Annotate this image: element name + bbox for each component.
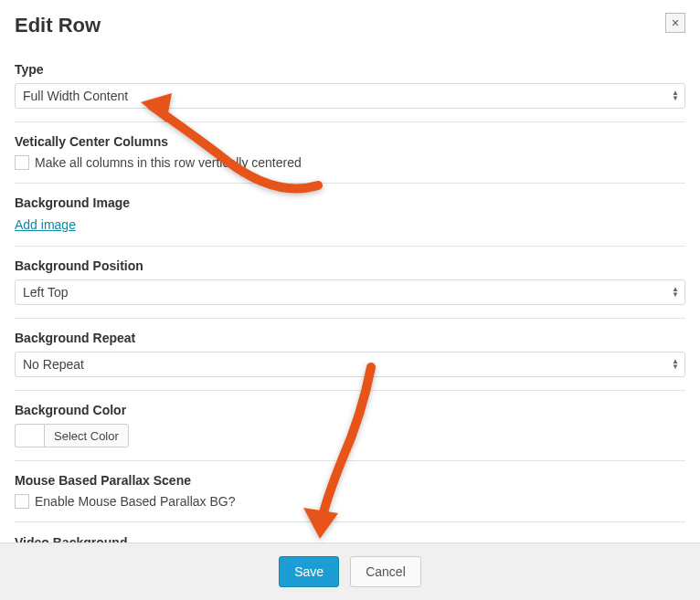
close-button[interactable]: × — [665, 13, 685, 33]
field-type: Type Full Width Content ▲▼ — [15, 50, 685, 122]
field-video-bg: Video Background — [15, 522, 685, 542]
chevron-updown-icon: ▲▼ — [672, 287, 679, 298]
dialog-body: Type Full Width Content ▲▼ Vetically Cen… — [0, 50, 700, 542]
chevron-updown-icon: ▲▼ — [672, 90, 679, 101]
video-bg-label: Video Background — [15, 535, 127, 542]
bg-position-value: Left Top — [23, 285, 69, 300]
add-image-link[interactable]: Add image — [15, 217, 76, 232]
save-button[interactable]: Save — [279, 556, 339, 587]
bg-image-label: Background Image — [15, 195, 685, 210]
bg-position-label: Background Position — [15, 258, 685, 273]
field-bg-color: Background Color Select Color — [15, 391, 685, 461]
edit-row-dialog: Edit Row × Type Full Width Content ▲▼ Ve… — [0, 0, 700, 600]
parallax-checkbox-label: Enable Mouse Based Parallax BG? — [35, 494, 235, 509]
cancel-button[interactable]: Cancel — [350, 556, 421, 587]
field-bg-image: Background Image Add image — [15, 184, 685, 247]
dialog-footer: Save Cancel — [0, 542, 700, 600]
parallax-checkbox[interactable] — [15, 494, 29, 509]
select-color-button[interactable]: Select Color — [44, 424, 129, 447]
field-bg-repeat: Background Repeat No Repeat ▲▼ — [15, 319, 685, 391]
dialog-header: Edit Row × — [0, 0, 700, 50]
vcc-label: Vetically Center Columns — [15, 134, 685, 149]
bg-color-label: Background Color — [15, 403, 685, 417]
chevron-updown-icon: ▲▼ — [672, 359, 679, 370]
type-select[interactable]: Full Width Content ▲▼ — [15, 83, 685, 109]
type-select-value: Full Width Content — [23, 89, 128, 103]
parallax-label: Mouse Based Parallax Scene — [15, 473, 685, 488]
field-vertically-center: Vetically Center Columns Make all column… — [15, 122, 685, 184]
bg-repeat-label: Background Repeat — [15, 331, 685, 345]
vcc-checkbox-label: Make all columns in this row vertically … — [35, 155, 302, 170]
dialog-title: Edit Row — [15, 14, 685, 37]
field-bg-position: Background Position Left Top ▲▼ — [15, 247, 685, 319]
bg-repeat-value: No Repeat — [23, 357, 84, 372]
bg-repeat-select[interactable]: No Repeat ▲▼ — [15, 352, 685, 377]
vcc-checkbox[interactable] — [15, 155, 29, 170]
type-label: Type — [15, 62, 685, 77]
color-swatch[interactable] — [15, 424, 44, 447]
field-parallax: Mouse Based Parallax Scene Enable Mouse … — [15, 461, 685, 522]
bg-position-select[interactable]: Left Top ▲▼ — [15, 279, 685, 305]
